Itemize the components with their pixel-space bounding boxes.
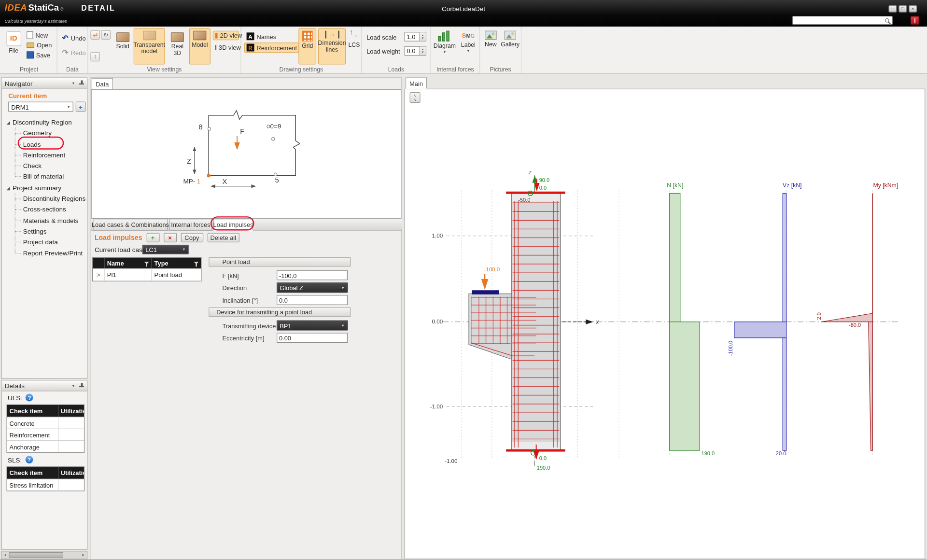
uls-col-check-item: Check item: [7, 405, 58, 417]
delete-all-button[interactable]: Delete all: [207, 233, 239, 242]
current-item-select[interactable]: DRM1 ▼: [8, 102, 73, 112]
grid-col-name[interactable]: Name: [105, 258, 152, 268]
details-header[interactable]: Details ▼: [2, 381, 87, 392]
tree-item-project-data[interactable]: Project data: [2, 237, 88, 247]
load-scale-stepper[interactable]: 1.0 ▲▼: [405, 32, 426, 42]
tree-item-check[interactable]: Check: [2, 160, 88, 171]
reinforcement-toggle-button[interactable]: R Reinforcement: [244, 42, 299, 53]
tab-load-impulses[interactable]: Load impulses: [213, 219, 253, 230]
direction-select[interactable]: Global Z ▼: [277, 282, 348, 293]
details-collapse-icon[interactable]: ▼: [71, 384, 75, 387]
sls-col-check-item: Check item: [7, 467, 58, 478]
f-input[interactable]: -100.0: [277, 270, 348, 280]
tree-item-settings[interactable]: Settings: [2, 226, 88, 237]
load-weight-arrows[interactable]: ▲▼: [419, 47, 425, 55]
navigator-header[interactable]: Navigator ▼: [2, 78, 87, 89]
transmitting-device-select[interactable]: BP1 ▼: [277, 321, 348, 331]
undo-button[interactable]: ↶ Undo: [60, 32, 88, 43]
table-row[interactable]: Anchorage: [7, 440, 84, 452]
tab-main[interactable]: Main: [406, 77, 427, 88]
inclination-label: Inclination [°]: [222, 297, 258, 304]
picture-new-button[interactable]: New: [482, 28, 500, 65]
load-scale-arrows[interactable]: ▲▼: [419, 32, 425, 41]
tree-item-discontinuity-regions[interactable]: Discontinuity Regions: [2, 193, 88, 204]
tree-item-cross-sections[interactable]: Cross-sections: [2, 204, 88, 214]
solid-view-button[interactable]: Solid: [113, 30, 132, 63]
help-button[interactable]: i: [911, 16, 919, 25]
table-row[interactable]: Concrete: [7, 417, 84, 428]
tree-item-bill-of-material[interactable]: Bill of material: [2, 171, 88, 182]
navigator-pin-icon[interactable]: [79, 81, 84, 86]
real-3d-button[interactable]: Real 3D: [167, 30, 188, 63]
main-canvas[interactable]: 1.00 0.00 -1.00 -1.00 N [kN] -190.0 Vz […: [405, 89, 926, 560]
grid-toggle-button[interactable]: Grid: [298, 28, 316, 65]
model-view-button[interactable]: Model: [189, 28, 211, 65]
tree-expanded-icon[interactable]: ◢: [6, 120, 10, 125]
diagram-button[interactable]: Diagram ▼: [434, 28, 456, 66]
filter-icon[interactable]: [144, 262, 149, 264]
grid-row-pi1[interactable]: > PI1 Point load: [93, 268, 201, 281]
add-load-impulse-button[interactable]: +: [146, 233, 159, 242]
scroll-right-icon[interactable]: ▸: [80, 551, 87, 559]
scrollbar-thumb[interactable]: [9, 552, 63, 558]
tree-item-report-preview-print[interactable]: Report Preview/Print: [2, 248, 88, 258]
open-button[interactable]: Open: [24, 40, 54, 50]
view-tool-rotate-button[interactable]: ↻: [101, 30, 111, 40]
view-2d-button[interactable]: 2D view: [213, 31, 239, 41]
gallery-button[interactable]: Gallery: [501, 28, 520, 65]
filter-icon[interactable]: [194, 262, 199, 264]
open-button-label: Open: [37, 42, 52, 49]
sketch-canvas[interactable]: F 8 0=9 Z MP- 1 X 5: [91, 89, 402, 219]
maximize-icon: □: [901, 6, 904, 11]
tree-node-discontinuity-region[interactable]: ◢ Discontinuity Region: [2, 117, 88, 127]
inclination-input[interactable]: 0.0: [277, 295, 348, 305]
uls-help-icon[interactable]: ?: [26, 394, 33, 402]
add-item-button[interactable]: +: [76, 102, 86, 112]
group-label-drawing-settings: Drawing settings: [241, 66, 362, 72]
search-icon[interactable]: [885, 18, 889, 23]
left-horizontal-scrollbar[interactable]: ◂ ▸: [1, 551, 87, 559]
lcs-button[interactable]: ↑→ LCS: [347, 28, 361, 65]
view-3d-button[interactable]: 3D view: [213, 42, 239, 52]
current-load-case-select[interactable]: LC1 ▼: [142, 245, 189, 254]
search-input[interactable]: [793, 17, 885, 24]
transparent-model-button[interactable]: Transparent model: [134, 28, 165, 65]
redo-icon: ↷: [62, 48, 69, 56]
navigator-collapse-icon[interactable]: ▼: [71, 81, 75, 84]
dimension-lines-button[interactable]: ↔ Dimension lines: [318, 28, 346, 65]
tree-item-reinforcement[interactable]: Reinforcement: [2, 150, 88, 160]
sls-help-icon[interactable]: ?: [25, 456, 33, 463]
tree-expanded-icon[interactable]: ◢: [6, 185, 10, 191]
close-button[interactable]: ×: [909, 5, 917, 13]
details-pin-icon[interactable]: [79, 383, 84, 388]
minimize-button[interactable]: –: [888, 5, 897, 13]
redo-button[interactable]: ↷ Redo: [60, 47, 88, 58]
tree-item-geometry[interactable]: Geometry: [2, 127, 88, 138]
copy-button[interactable]: Copy: [181, 233, 203, 242]
view-tool-fit-button[interactable]: ↕: [90, 52, 100, 62]
table-row[interactable]: Stress limitation: [7, 479, 84, 490]
tab-internal-forces[interactable]: Internal forces: [169, 219, 212, 230]
save-button[interactable]: Save: [24, 50, 53, 60]
names-toggle-button[interactable]: A Names: [244, 31, 279, 42]
tab-data[interactable]: Data: [92, 78, 113, 89]
view-tool-move-button[interactable]: ⇄: [90, 30, 100, 40]
maximize-button[interactable]: □: [899, 5, 907, 13]
app-window: IDEAStatiCa® DETAIL Calculate yesterday'…: [0, 0, 927, 560]
tree-item-loads[interactable]: Loads: [2, 139, 88, 150]
scroll-left-icon[interactable]: ◂: [2, 551, 9, 559]
new-button[interactable]: New: [24, 30, 50, 40]
help-icon: i: [914, 17, 915, 24]
load-weight-stepper[interactable]: 0.0 ▲▼: [405, 46, 426, 56]
tree-node-project-summary[interactable]: ◢ Project summary: [2, 182, 88, 193]
eccentricity-input[interactable]: 0.00: [277, 333, 348, 343]
tree-item-materials-models[interactable]: Materials & models: [2, 215, 88, 226]
delete-load-impulse-button[interactable]: ×: [164, 233, 177, 242]
zoom-fit-button[interactable]: ↖↘: [410, 92, 421, 103]
label-button[interactable]: SMG Label ▼: [458, 28, 478, 66]
row-expander-icon[interactable]: >: [93, 269, 104, 280]
file-button[interactable]: ID File: [4, 29, 23, 63]
grid-col-type[interactable]: Type: [152, 258, 201, 268]
tab-load-cases-combinations[interactable]: Load cases & Combinations: [93, 219, 168, 230]
table-row[interactable]: Reinforcement: [7, 429, 84, 440]
